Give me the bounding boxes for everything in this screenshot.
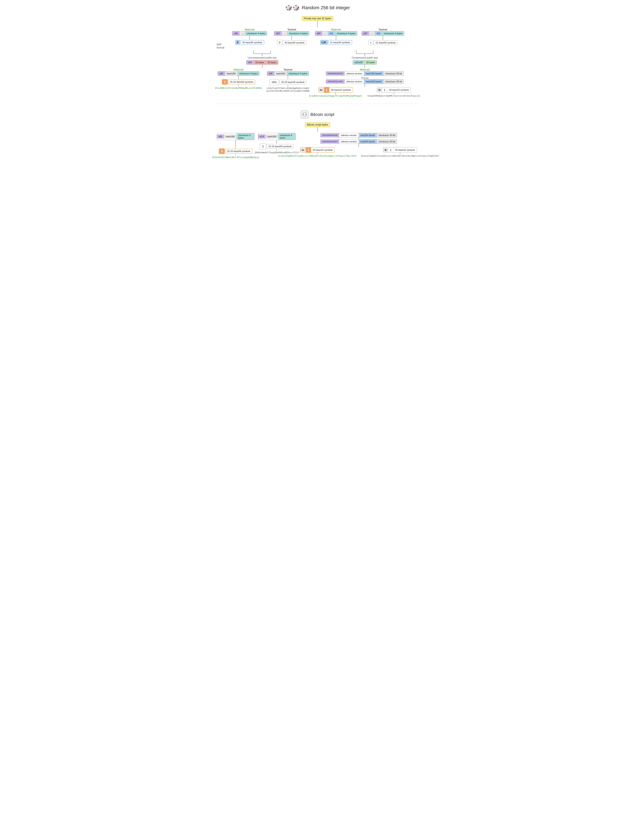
bc-one: 1 (324, 87, 329, 92)
script-r-m-sha256: sha256 base5 (359, 133, 377, 137)
script-left-bytes: x05 hash160 checksum 4 bytes (217, 133, 255, 140)
tb-one: 1 (382, 87, 387, 92)
p2pkh-mainnet-wif: 1 25-33 base58 symbols (222, 79, 255, 85)
x02x03: x02/x03 (353, 60, 365, 65)
compressed-branch: Compressed public key x02/x03 32 bytes M… (311, 50, 418, 97)
script-r-m-prefix: x03x03x00x02x03 (321, 133, 339, 137)
va6 (238, 85, 239, 86)
hash160-2: hash160 (274, 71, 287, 76)
uncompressed-label: Uncompressed public key (248, 56, 277, 59)
page-title: Random 256 bit integer (302, 5, 350, 11)
wif-row-2: 9 50 base58 symbols (277, 40, 306, 45)
label-testnet-2: Testnet (378, 28, 387, 31)
tb-prefix: tb (377, 88, 382, 92)
label-bech32-mainnet: Mainnet (360, 68, 369, 71)
checksum-1: checksum 4 bytes (245, 31, 267, 35)
va8 (288, 85, 288, 87)
wif-desc-box-3: 51 base58 symbols (328, 40, 352, 45)
script-right-mainnet-bytes: x03x03x00x02x03 witness version sha256 b… (320, 133, 397, 137)
byte-dots-4: ... (369, 31, 375, 35)
private-key-box: Private key raw 32 bytes (302, 16, 333, 21)
p2pkh-testnet-addr1: n15DJ7nGF2f3hKicD1HbCNgRVUVut34d6C (266, 87, 310, 90)
wif-desc-3: 51 base58 symbols (329, 40, 352, 44)
wif-desc-2: 50 base58 symbols (283, 41, 306, 45)
script-bc-desc: 59 base32 symbols (311, 148, 334, 152)
vline-4 (383, 36, 383, 40)
script-bc1-row: bc 1 59 base32 symbols (300, 147, 334, 153)
prefix-3: 3 (219, 148, 225, 154)
script-left-address: 3CXaV43aC2AWL63HrcPTz1jmdpGDNyUwjp (212, 156, 259, 159)
script-r-m-witness: witness version (339, 133, 359, 137)
script-cols: x05 hash160 checksum 4 bytes 3 25-33 bas… (217, 133, 418, 159)
root-section: Private key raw 32 bytes (217, 16, 418, 27)
bech32-mainnet-address: bc1q6dsxtawvwsy33qgw74rjppu9z6dngnq8tegg… (309, 95, 362, 97)
bech32-mainnet-prefix-row: bc 1 39 base32 symbols (318, 87, 353, 93)
bech32-m-witness: witness version (345, 71, 364, 76)
compressed-pubkey-box: x02/x03 32 bytes (353, 60, 377, 65)
checksum-4: checksum 4 bytes (382, 31, 404, 35)
x00: x00 (218, 71, 225, 76)
script-hash160: hash160 (224, 134, 236, 139)
checksum-3: checksum 4 bytes (335, 31, 357, 35)
wif-desc-1: 50 base58 symbols (241, 40, 264, 44)
label-mainnet-2: Mainnet (331, 28, 341, 31)
wif-desc-box-4: 51 base58 symbols (374, 40, 397, 45)
byte-x80: x80 (232, 31, 240, 35)
script-left-desc: 25-33 base58 symbols (225, 149, 252, 153)
script-right-addresses: bc 1 59 base32 symbols bc1qrp33g0q5c5txs… (278, 147, 439, 157)
script-tb-one: 1 (388, 147, 393, 152)
script-hash160-m: hash160 (266, 134, 278, 139)
wif-desc-box-2: 50 base58 symbols (283, 40, 306, 45)
col-mainnet-compressed: Mainnet x80 ... x01 checksum 4 bytes L/K… (315, 28, 357, 45)
va7 (288, 76, 288, 79)
bech32-t-checksum: checksum 30 bit (383, 79, 404, 84)
divider (217, 104, 418, 104)
label-testnet-1: Testnet (287, 28, 296, 31)
script-tb1-addr: tb 1 59 base32 symbols tb1qrp33g0q5c5txs… (361, 147, 439, 157)
x05: x05 (217, 134, 224, 139)
script-mid-bytes: xC4 hash160 checksum 4 bytes (258, 133, 296, 140)
bech32-addresses: bc 1 39 base32 symbols bc1q6dsxtawvwsy33… (309, 87, 420, 97)
32bytes-comp: 32 bytes (364, 60, 377, 65)
script-r-m-checksum: checksum 30 bit (377, 133, 397, 137)
wif-prefix-1: 5 (235, 40, 240, 45)
byte-xef: xEF (274, 31, 282, 35)
wif-prefix-4: c (368, 40, 374, 45)
wif-desc-box-1: 50 base58 symbols (241, 40, 264, 45)
prefix-1: 1 (222, 79, 228, 85)
byte-x01-t: x01 (375, 31, 382, 35)
label-p2pkh-mainnet: Mainnet (234, 68, 244, 71)
bytes-row-4: xEF ... x01 checksum 4 bytes (361, 31, 404, 36)
code-svg (302, 112, 307, 117)
byte-xef-c: xEF (362, 31, 369, 35)
pubkey-section: Uncompressed public key x04 32 bytes 32 … (217, 50, 418, 97)
p2pkh-branches: Mainnet x00 hash160 checksum 4 bytes 1 2… (215, 68, 309, 92)
bech32-m-hash160: hash160 base5 (364, 71, 383, 76)
script-bc1-box: bc 1 59 base32 symbols (300, 147, 334, 153)
hash160-1: hash160 (225, 71, 238, 76)
byte-dots-1: ... (240, 31, 245, 35)
script-bc-prefix: bc (300, 148, 306, 152)
bech32-m-checksum: checksum 30 bit (383, 71, 404, 76)
wif-prefix-3: L/K (320, 40, 328, 45)
p2pkh-mainnet-bytes: x00 hash160 checksum 4 bytes (217, 71, 260, 76)
byte-dots-2: ... (282, 31, 287, 35)
converge-arrows-c (356, 50, 373, 54)
script-tb1-address: tb1qrp33g0q5c5txsp9arysrx4k6zdkfs4nce4xj… (361, 155, 439, 157)
x6f: x6F (267, 71, 274, 76)
testnet-label-bech32: Testnet (361, 77, 369, 79)
wif-row-4: c 51 base58 symbols (368, 40, 397, 45)
p2pkh-mainnet-address: 15szEBeJj9JtiGnKyP4bGwMLxzzV7y8UhL (215, 87, 262, 90)
va5 (238, 76, 239, 79)
script-r-t-checksum: checksum 30 bit (377, 139, 397, 144)
bech32-m-prefix-bytes: x03x03x00x02x03 (326, 72, 345, 76)
bech32-t-witness: witness version (345, 79, 364, 84)
wif-desc-4: 51 base58 symbols (374, 41, 397, 45)
script-checksum-l: checksum 4 bytes (236, 133, 254, 140)
p2pkh-m-desc: 25-33 base58 symbols (228, 80, 255, 84)
xc4: xC4 (258, 134, 266, 139)
bc1-box: bc 1 39 base32 symbols (318, 87, 353, 93)
header: 🎲🎲 Random 256 bit integer (217, 4, 418, 11)
uncompressed-branch: Uncompressed public key x04 32 bytes 32 … (217, 50, 308, 92)
bech32-testnet-prefix-row: tb 1 39 base32 symbols (377, 87, 411, 93)
